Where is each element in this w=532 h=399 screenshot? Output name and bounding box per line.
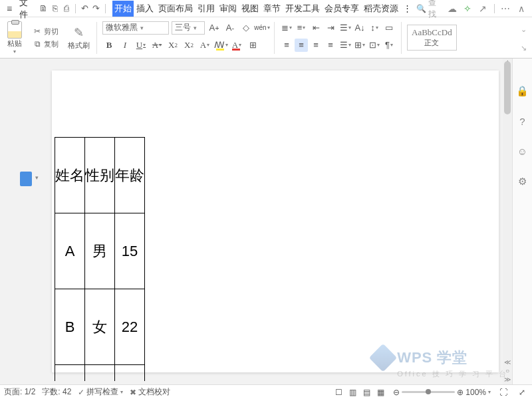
table-cell[interactable]: A [55,213,85,289]
shrink-font-button[interactable]: A- [223,21,237,35]
hamburger-icon[interactable]: ≡ [4,2,15,15]
decrease-indent-button[interactable]: ⇤ [309,21,323,35]
export-icon[interactable]: ⎘ [50,3,60,15]
tab-insert[interactable]: 插入 [134,1,156,17]
feedback-icon[interactable]: ☺ [517,146,527,157]
help-icon[interactable]: ? [519,116,525,127]
more-icon[interactable]: ⋯ [501,3,511,15]
table-cell[interactable]: 男 [85,213,115,289]
tab-member[interactable]: 会员专享 [323,1,361,17]
file-menu[interactable]: 文件 [16,0,37,22]
ribbon-expand-icon[interactable]: ⌄ [521,25,527,34]
fullscreen-icon[interactable]: ⤢ [516,386,528,399]
spellcheck-toggle[interactable]: ✓拼写检查▾ [78,386,123,398]
table-row[interactable] [55,365,145,381]
tab-resources[interactable]: 稻壳资源 [362,1,400,17]
undo-icon[interactable]: ↶ [80,3,90,15]
copy-button[interactable]: ⧉复制 [31,39,61,50]
cloud-icon[interactable]: ☁ [448,3,458,15]
proofing-toggle[interactable]: ✖文档校对 [130,386,170,398]
outline-icon[interactable]: ▦ [374,386,386,399]
line-spacing-button[interactable]: ↕▾ [368,21,381,35]
sort-button[interactable]: A↓ [353,21,366,35]
search-box[interactable]: 🔍 查找 [416,0,440,20]
focus-mode-icon[interactable]: ☐ [332,386,344,399]
italic-button[interactable]: I [118,39,132,52]
font-color-button[interactable]: A▾ [230,39,243,52]
change-case-button[interactable]: A▾ [198,39,211,52]
print-layout-icon[interactable]: ▥ [346,386,358,399]
clear-format-button[interactable]: ◇ [239,21,253,35]
grow-font-button[interactable]: A+ [207,21,221,35]
table-cell[interactable] [85,365,115,381]
tab-view[interactable]: 视图 [239,1,261,17]
redo-icon[interactable]: ↷ [91,3,101,15]
align-right-button[interactable]: ≡ [309,39,323,52]
zoom-control[interactable]: ⊖ ⊕ 100%▾ [393,388,491,397]
character-border-button[interactable]: ⊞ [246,39,259,52]
save-icon[interactable]: 🗎 [39,3,49,15]
page-browse-icon[interactable]: ○ [505,367,509,374]
table-header-row[interactable]: 姓名 性别 年龄 [55,138,145,213]
share-icon[interactable]: ↗ [478,3,488,15]
lock-icon[interactable]: 🔒 [516,85,529,97]
tab-page-layout[interactable]: 页面布局 [156,1,195,17]
table-cell[interactable]: 性别 [85,138,115,213]
numbering-button[interactable]: ≡▾ [295,21,308,35]
highlight-button[interactable]: ꟿ▾ [214,39,227,52]
bullets-button[interactable]: ≣▾ [280,21,293,35]
distribute-button[interactable]: ☰▾ [338,39,352,52]
scrollbar-thumb[interactable] [504,61,511,114]
subscript-button[interactable]: X2 [182,39,196,52]
table-cell[interactable]: B [55,289,85,365]
shading-button[interactable]: ▭ [382,21,396,35]
zoom-slider[interactable] [402,391,455,393]
superscript-button[interactable]: X2 [166,39,180,52]
zoom-out-icon[interactable]: ⊖ [393,388,400,397]
tab-more[interactable]: ⋮ [401,1,414,15]
tab-references[interactable]: 引用 [196,1,217,17]
paragraph-mark-button[interactable]: ¶▾ [382,39,396,52]
font-name-combo[interactable]: 微软雅黑▾ [102,21,169,35]
document-page[interactable]: 姓名 性别 年龄 A 男 15 B 女 22 [52,70,499,372]
style-normal[interactable]: AaBbCcDd 正文 [407,25,457,51]
prev-page-icon[interactable]: ≪ [504,358,511,366]
fit-page-icon[interactable]: ⛶ [497,386,509,399]
table-cell[interactable]: 22 [115,289,145,365]
table-row[interactable]: B 女 22 [55,289,145,365]
bold-button[interactable]: B [102,39,116,52]
next-page-icon[interactable]: ≫ [504,376,511,383]
align-justify-button[interactable]: ≡ [324,39,337,52]
table-cell[interactable] [55,365,85,381]
zoom-in-icon[interactable]: ⊕ [457,388,464,397]
word-count[interactable]: 字数: 42 [42,386,71,398]
table-cell[interactable]: 女 [85,289,115,365]
ribbon-dialog-icon[interactable]: ↘ [521,44,527,53]
cut-button[interactable]: ✂剪切 [31,26,61,37]
tab-review[interactable]: 审阅 [217,1,239,17]
tab-developer[interactable]: 开发工具 [283,1,322,17]
table-row[interactable]: A 男 15 [55,213,145,289]
collapse-ribbon-icon[interactable]: ∧ [516,3,526,15]
increase-indent-button[interactable]: ⇥ [324,21,337,35]
phonetic-button[interactable]: wén▾ [255,21,269,35]
document-type-icon[interactable] [20,172,32,186]
table-cell[interactable]: 年龄 [115,138,145,213]
web-layout-icon[interactable]: ▤ [360,386,372,399]
tab-chapter[interactable]: 章节 [261,1,283,17]
document-table[interactable]: 姓名 性别 年龄 A 男 15 B 女 22 [55,137,145,381]
text-direction-button[interactable]: ☰▾ [338,21,352,35]
strikethrough-button[interactable]: A▾ [150,39,164,52]
zoom-value[interactable]: 100% [466,388,486,397]
underline-button[interactable]: U▾ [134,39,148,52]
table-cell[interactable]: 姓名 [55,138,85,213]
table-cell[interactable] [115,365,145,381]
indent-control-button[interactable]: ⊞▾ [353,39,366,52]
borders-button[interactable]: ⊡▾ [368,39,381,52]
format-painter-button[interactable]: ✎ 格式刷 [66,25,91,51]
settings-icon[interactable]: ⚙ [518,176,527,188]
tab-start[interactable]: 开始 [112,1,134,17]
paste-button[interactable]: 粘贴▾ [4,21,25,55]
align-center-button[interactable]: ≡ [295,39,308,52]
table-cell[interactable]: 15 [115,213,145,289]
